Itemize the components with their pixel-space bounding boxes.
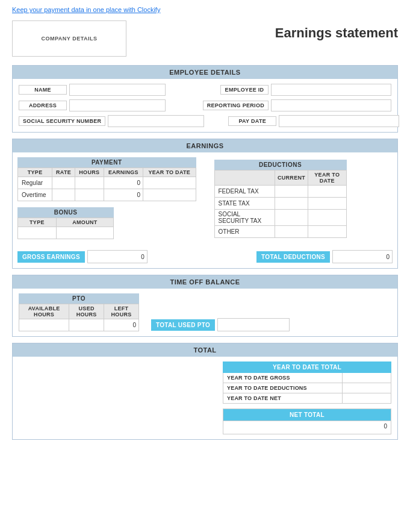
pto-col-used: USEDHOURS [69, 304, 104, 319]
header-row: COMPANY DETAILS Earnings statement [12, 20, 398, 57]
ss-tax-ytd [308, 210, 346, 226]
other-current [275, 226, 308, 238]
ssn-label: SOCIAL SECURITY NUMBER [19, 116, 105, 126]
col-hours: HOURS [75, 168, 104, 177]
earnings-statement-title: Earnings statement [275, 20, 398, 41]
earnings-totals-row: GROSS EARNINGS 0 TOTAL DEDUCTIONS 0 [13, 250, 397, 268]
federal-tax-ytd [308, 186, 346, 198]
hours-regular [75, 177, 104, 189]
pto-body: PTO AVAILABLEHOURS USEDHOURS LEFTHOURS 0 [13, 289, 397, 336]
ytd-table-wrap: YEAR TO DATE TOTAL YEAR TO DATE GROSS YE… [223, 361, 391, 434]
table-row: STATE TAX [214, 198, 346, 210]
employee-id-input[interactable] [271, 84, 391, 96]
ded-col-ytd: YEAR TO DATE [308, 171, 346, 186]
table-row: FEDERAL TAX [214, 186, 346, 198]
total-used-pto-value [217, 318, 290, 331]
pto-subheader: PTO [19, 293, 139, 304]
ss-tax-current [275, 210, 308, 226]
payment-subheader: PAYMENT [17, 157, 196, 167]
pay-date-input[interactable] [279, 115, 399, 127]
bonus-type [18, 227, 57, 239]
deductions-table: CURRENT YEAR TO DATE FEDERAL TAX STATE T… [214, 170, 347, 238]
pay-date-label: PAY DATE [228, 116, 276, 126]
bonus-table: TYPE AMOUNT [17, 217, 114, 239]
gross-earnings-label: GROSS EARNINGS [17, 251, 85, 263]
total-deductions-label: TOTAL DEDUCTIONS [256, 251, 330, 263]
type-overtime: Overtime [18, 189, 52, 201]
address-input[interactable] [69, 99, 166, 111]
table-row: Overtime 0 [18, 189, 196, 201]
pto-available [19, 319, 69, 331]
total-deductions-box: TOTAL DEDUCTIONS 0 [256, 250, 393, 263]
ytd-gross-value [343, 373, 391, 383]
payment-table: TYPE RATE HOURS EARNINGS YEAR TO DATE Re… [17, 167, 196, 201]
pay-date-field: PAY DATE [228, 115, 399, 127]
total-used-pto-label: TOTAL USED PTO [151, 319, 215, 331]
total-used-pto-box: TOTAL USED PTO [151, 306, 290, 331]
hours-overtime [75, 189, 104, 201]
time-off-header: TIME OFF BALANCE [13, 275, 397, 289]
bonus-col-amount: AMOUNT [56, 218, 113, 227]
name-field: NAME [19, 84, 166, 96]
ded-col-blank [214, 171, 275, 186]
total-header: TOTAL [13, 343, 397, 357]
employee-details-header: EMPLOYEE DETAILS [13, 66, 397, 79]
col-type: TYPE [18, 168, 52, 177]
earnings-overtime: 0 [104, 189, 143, 201]
ytd-row-gross: YEAR TO DATE GROSS [223, 373, 391, 383]
clockify-link[interactable]: Keep your payment data in one place with… [12, 6, 160, 13]
emp-row-2: ADDRESS REPORTING PERIOD [19, 99, 391, 111]
pto-used [69, 319, 104, 331]
employee-id-field: EMPLOYEE ID [220, 84, 391, 96]
ytd-gross-label: YEAR TO DATE GROSS [223, 373, 343, 383]
table-row: SOCIAL SECURITY TAX [214, 210, 346, 226]
emp-row-1: NAME EMPLOYEE ID [19, 84, 391, 96]
employee-details-body: NAME EMPLOYEE ID ADDRESS REPORTING PERIO… [13, 79, 397, 132]
col-ytd: YEAR TO DATE [143, 168, 196, 177]
employee-id-label: EMPLOYEE ID [220, 85, 269, 95]
company-details-box: COMPANY DETAILS [12, 20, 126, 57]
name-label: NAME [19, 85, 67, 95]
earnings-regular: 0 [104, 177, 143, 189]
ytd-row-net: YEAR TO DATE NET [223, 393, 391, 404]
pto-table-wrap: PTO AVAILABLEHOURS USEDHOURS LEFTHOURS 0 [19, 293, 139, 331]
emp-row-3: SOCIAL SECURITY NUMBER PAY DATE [19, 115, 391, 127]
reporting-period-input[interactable] [271, 99, 391, 111]
net-total-value: 0 [223, 421, 391, 434]
federal-tax-label: FEDERAL TAX [214, 186, 275, 198]
name-input[interactable] [69, 84, 166, 96]
bonus-amount [56, 227, 113, 239]
address-label: ADDRESS [19, 101, 67, 110]
col-earnings: EARNINGS [104, 168, 143, 177]
reporting-period-field: REPORTING PERIOD [203, 99, 391, 111]
state-tax-ytd [308, 198, 346, 210]
ytd-deductions-label: YEAR TO DATE DEDUCTIONS [223, 383, 343, 393]
deductions-subheader: DEDUCTIONS [214, 160, 347, 170]
other-label: OTHER [214, 226, 275, 238]
ssn-field: SOCIAL SECURITY NUMBER [19, 115, 204, 127]
ytd-net-value [343, 393, 391, 403]
pto-col-available: AVAILABLEHOURS [19, 304, 69, 319]
federal-tax-current [275, 186, 308, 198]
total-section: TOTAL YEAR TO DATE TOTAL YEAR TO DATE GR… [12, 343, 398, 440]
ss-tax-label: SOCIAL SECURITY TAX [214, 210, 275, 226]
ytd-deductions-value [343, 383, 391, 393]
pto-left: 0 [104, 319, 139, 331]
col-rate: RATE [52, 168, 75, 177]
ssn-input[interactable] [108, 115, 204, 127]
net-total-header: NET TOTAL [223, 408, 391, 421]
pto-table: AVAILABLEHOURS USEDHOURS LEFTHOURS 0 [19, 304, 139, 331]
gross-earnings-value: 0 [87, 250, 148, 263]
table-row: Regular 0 [18, 177, 196, 189]
reporting-period-label: REPORTING PERIOD [203, 101, 269, 110]
employee-details-section: EMPLOYEE DETAILS NAME EMPLOYEE ID ADDRES… [12, 65, 398, 133]
earnings-right: DEDUCTIONS CURRENT YEAR TO DATE FEDERAL … [214, 157, 393, 239]
total-deductions-value: 0 [332, 250, 393, 263]
earnings-left: PAYMENT TYPE RATE HOURS EARNINGS YEAR TO… [17, 157, 196, 239]
table-row [18, 227, 114, 239]
ytd-overtime [143, 189, 196, 201]
bonus-col-type: TYPE [18, 218, 57, 227]
earnings-section: EARNINGS PAYMENT TYPE RATE HOURS EARNING… [12, 139, 398, 269]
pto-col-left: LEFTHOURS [104, 304, 139, 319]
earnings-header: EARNINGS [13, 139, 397, 152]
